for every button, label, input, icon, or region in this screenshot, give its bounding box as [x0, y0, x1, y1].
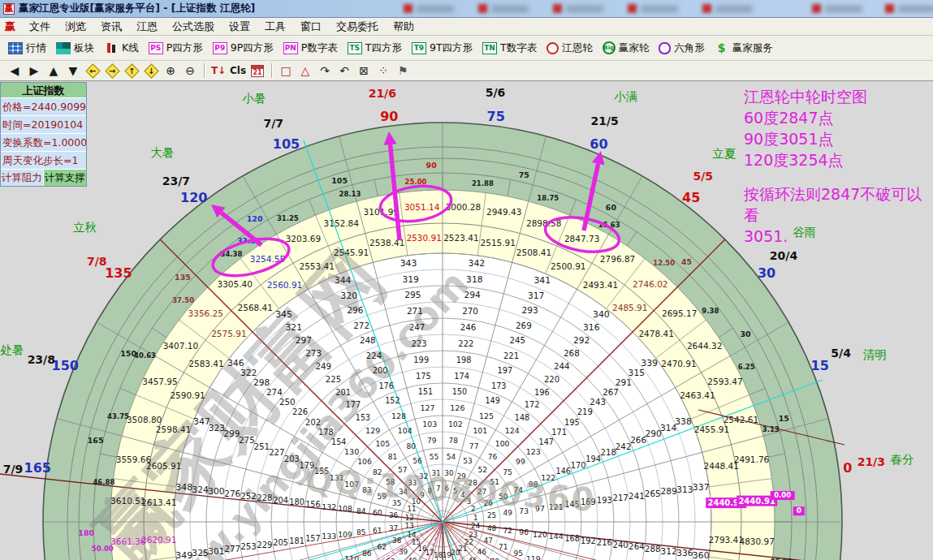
draw-button-t-updown[interactable]: T↓: [209, 62, 228, 80]
panel-field-0: 价格=2440.9099: [1, 98, 86, 116]
menu-item-设置[interactable]: 设置: [222, 18, 257, 36]
svg-text:325: 325: [192, 548, 208, 558]
svg-text:72: 72: [503, 527, 512, 535]
svg-text:75: 75: [519, 170, 529, 179]
svg-text:46.88: 46.88: [93, 478, 114, 486]
svg-text:38: 38: [392, 536, 401, 545]
calc-resistance-button[interactable]: 计算阻力: [1, 170, 44, 186]
svg-text:222: 222: [458, 339, 473, 348]
svg-text:105: 105: [273, 136, 300, 152]
svg-text:0: 0: [843, 460, 852, 476]
svg-text:243: 243: [590, 397, 606, 407]
svg-text:342: 342: [469, 258, 486, 269]
draw-button-nav-right[interactable]: ▶: [24, 62, 44, 80]
svg-text:129: 129: [365, 426, 380, 435]
svg-text:223: 223: [412, 339, 427, 348]
svg-text:241: 241: [628, 491, 645, 501]
svg-text:75: 75: [487, 109, 505, 124]
draw-button-zoom-in[interactable]: ⊕: [161, 62, 180, 80]
svg-text:24: 24: [471, 522, 481, 530]
svg-text:204: 204: [273, 496, 288, 505]
toolbar-button-p-table[interactable]: PNP数字表: [279, 39, 343, 58]
draw-button-scatter[interactable]: ⁘: [374, 62, 393, 80]
svg-text:196: 196: [534, 388, 550, 397]
svg-text:71: 71: [499, 543, 508, 551]
ps-icon: PS: [149, 42, 163, 54]
svg-text:2949.43: 2949.43: [486, 207, 521, 217]
toolbar-label: K线: [122, 41, 139, 55]
nav-right-icon: ▶: [30, 64, 39, 77]
menu-item-交易委托[interactable]: 交易委托: [329, 18, 386, 36]
svg-text:81: 81: [388, 453, 398, 461]
toolbar-button-t-table[interactable]: TNT数字表: [477, 39, 542, 58]
toolbar-button-kline[interactable]: K线: [99, 39, 144, 58]
svg-text:249: 249: [315, 361, 331, 371]
draw-button-step-down[interactable]: ↓: [141, 62, 161, 80]
svg-text:2515.91: 2515.91: [481, 238, 516, 248]
step-right-icon: →: [105, 63, 119, 78]
svg-text:348: 348: [175, 482, 192, 493]
menu-item-浏览[interactable]: 浏览: [58, 18, 93, 36]
draw-button-rotate-cw[interactable]: ↷: [315, 62, 335, 80]
menu-item-资讯[interactable]: 资讯: [93, 18, 129, 36]
svg-text:18: 18: [434, 551, 443, 559]
svg-text:135: 135: [175, 273, 191, 282]
draw-button-cls[interactable]: Cls: [228, 62, 248, 80]
svg-text:3559.66: 3559.66: [116, 454, 152, 464]
svg-text:108: 108: [338, 504, 352, 513]
toolbar-button-9t-square[interactable]: T99T四方形: [407, 39, 477, 58]
draw-button-flag[interactable]: ⚑: [393, 62, 413, 80]
draw-button-nav-left[interactable]: ◀: [5, 62, 24, 80]
rotate-ccw-icon: ↶: [339, 64, 349, 77]
draw-button-rotate-ccw[interactable]: ↶: [335, 62, 354, 80]
calc-support-button[interactable]: 计算支撑: [44, 170, 87, 186]
svg-text:153: 153: [356, 413, 370, 422]
svg-text:225: 225: [326, 375, 341, 384]
zoom-out-icon: ⊖: [185, 64, 195, 77]
svg-text:154: 154: [331, 437, 346, 446]
svg-text:7/9: 7/9: [3, 463, 24, 476]
svg-text:174: 174: [454, 372, 469, 381]
draw-button-calendar[interactable]: 21: [248, 62, 267, 80]
svg-text:79: 79: [427, 437, 437, 445]
menu-item-窗口[interactable]: 窗口: [293, 18, 329, 36]
svg-text:39: 39: [399, 548, 408, 556]
toolbar-button-service[interactable]: $赢家服务: [710, 39, 778, 58]
svg-text:23: 23: [469, 531, 477, 539]
toolbar-label: 赢家服务: [732, 41, 773, 55]
svg-text:76: 76: [488, 453, 498, 461]
svg-text:150: 150: [52, 358, 79, 373]
toolbar-button-t-square[interactable]: TST四方形: [343, 39, 407, 58]
draw-button-draw-square[interactable]: □: [276, 62, 296, 80]
toolbar-button-9p-square[interactable]: P99P四方形: [208, 39, 279, 58]
toolbar-button-p-square[interactable]: PSP四方形: [144, 39, 208, 58]
svg-text:3152.84: 3152.84: [324, 218, 360, 228]
draw-button-step-left[interactable]: ←: [83, 62, 102, 80]
step-left-icon: ←: [85, 63, 100, 78]
svg-text:228: 228: [257, 493, 272, 502]
toolbar-button-bankuai[interactable]: 板块: [51, 39, 99, 58]
draw-button-step-up[interactable]: ↑: [122, 62, 141, 80]
svg-text:226: 226: [292, 407, 308, 416]
menu-item-工具[interactable]: 工具: [257, 18, 293, 36]
draw-button-zoom-out[interactable]: ⊖: [180, 62, 200, 80]
svg-text:21.88: 21.88: [472, 179, 494, 187]
svg-text:338: 338: [675, 416, 692, 427]
toolbar-button-gann-wheel[interactable]: 江恩轮: [542, 39, 598, 58]
menu-item-文件[interactable]: 文件: [22, 18, 58, 36]
svg-text:2847.73: 2847.73: [564, 234, 599, 243]
toolbar-button-winner-wheel[interactable]: Big赢家轮: [598, 39, 654, 58]
dollar-icon: $: [715, 42, 729, 54]
menu-item-帮助[interactable]: 帮助: [386, 18, 421, 36]
draw-button-nav-down[interactable]: ▼: [63, 62, 83, 80]
draw-button-draw-triangle[interactable]: △: [296, 62, 315, 80]
menu-item-公式选股[interactable]: 公式选股: [165, 18, 222, 36]
svg-text:100: 100: [495, 439, 510, 448]
draw-button-step-right[interactable]: →: [102, 62, 122, 80]
draw-button-nav-up[interactable]: ▲: [44, 62, 63, 80]
menu-item-江恩[interactable]: 江恩: [129, 18, 165, 36]
toolbar-button-hangqing[interactable]: 行情: [3, 39, 51, 58]
toolbar-button-hexagon[interactable]: 六角形: [654, 39, 710, 58]
draw-button-delete-box[interactable]: ⊠: [354, 62, 374, 80]
annotation-line-6: 3051.: [744, 226, 932, 247]
